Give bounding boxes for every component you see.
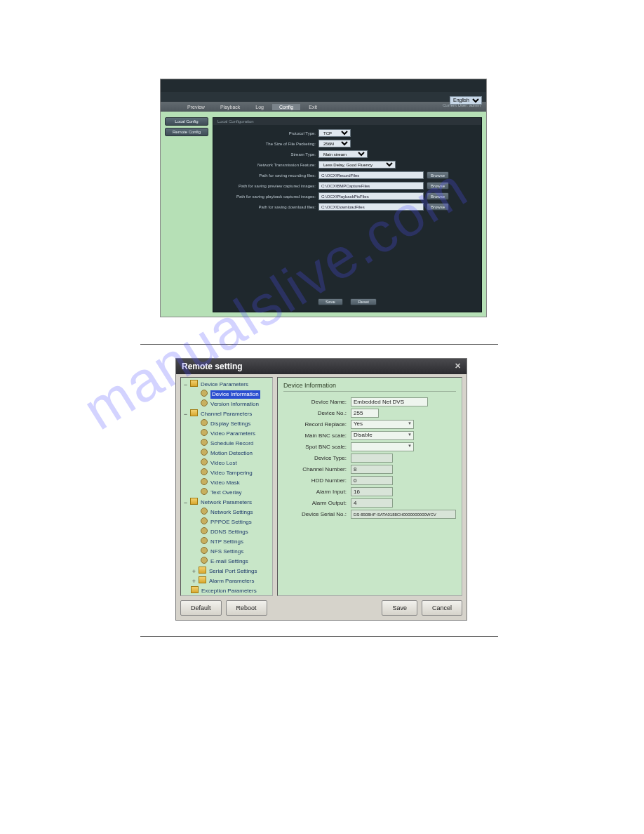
hdd-number-value <box>351 476 393 485</box>
config-panel: Local Configuration Protocol Type: TCP T… <box>213 117 482 312</box>
tree-email-settings[interactable]: E-mail Settings <box>210 557 248 566</box>
current-user: Current User: admin <box>443 103 481 107</box>
tab-config[interactable]: Config <box>272 104 300 110</box>
cap-browse-button[interactable]: Browse <box>427 182 449 190</box>
packet-label: The Size of File Packeting: <box>220 142 316 146</box>
device-no-input[interactable] <box>351 409 379 418</box>
stream-label: Stream Type: <box>220 152 316 157</box>
device-name-input[interactable] <box>351 397 428 406</box>
rec-path-input[interactable] <box>318 171 424 179</box>
rec-path-label: Path for saving recording files: <box>220 173 316 178</box>
window-titlebar <box>161 79 486 92</box>
tree-pppoe-settings[interactable]: PPPOE Settings <box>210 518 252 527</box>
panel-heading: Device Information <box>283 382 456 392</box>
tree-device-parameters[interactable]: Device Parameters <box>201 380 248 389</box>
divider <box>140 344 498 345</box>
cap-path-input[interactable] <box>318 182 424 190</box>
tree-ddns-settings[interactable]: DDNS Settings <box>210 528 248 536</box>
save-button[interactable]: Save <box>382 600 417 616</box>
record-replace-select[interactable]: Yes <box>351 420 414 429</box>
close-icon[interactable]: ✕ <box>452 362 462 371</box>
stream-select[interactable]: Main stream <box>318 150 368 158</box>
tree-version-information[interactable]: Version Information <box>210 400 259 409</box>
main-bnc-label: Main BNC scale: <box>283 432 351 439</box>
language-bar: English <box>161 92 486 102</box>
tab-preview[interactable]: Preview <box>180 104 212 110</box>
remote-setting-dialog: Remote setting ✕ −Device Parameters Devi… <box>175 358 467 621</box>
web-config-window: English Preview Playback Log Config Exit… <box>160 79 487 317</box>
alarm-input-label: Alarm Input: <box>283 489 351 495</box>
cap-path-label: Path for saving preview captured images: <box>220 184 316 188</box>
protocol-label: Protocol Type: <box>220 131 316 135</box>
tree-video-lost[interactable]: Video Lost <box>210 459 237 468</box>
dl-path-label: Path for saving download files: <box>220 205 316 209</box>
tab-playback[interactable]: Playback <box>213 104 247 110</box>
tree-video-tampering[interactable]: Video Tampering <box>210 469 253 477</box>
nettrans-label: Network Transmission Feature: <box>220 163 316 167</box>
device-type-label: Device Type: <box>283 455 351 461</box>
device-info-panel: Device Information Device Name: Device N… <box>277 377 462 596</box>
tree-network-parameters[interactable]: Network Parameters <box>201 498 252 507</box>
local-config-button[interactable]: Local Config <box>165 117 208 126</box>
record-replace-label: Record Replace: <box>283 421 351 428</box>
tree-ntp-settings[interactable]: NTP Settings <box>210 538 243 546</box>
pb-path-input[interactable] <box>318 192 424 200</box>
packet-select[interactable]: 256M <box>318 140 351 147</box>
pb-browse-button[interactable]: Browse <box>427 192 449 200</box>
spot-bnc-label: Spot BNC scale: <box>283 444 351 450</box>
tree-channel-parameters[interactable]: Channel Parameters <box>201 410 252 418</box>
tree-display-settings[interactable]: Display Settings <box>210 420 250 428</box>
pb-path-label: Path for saving playback captured images… <box>220 194 316 199</box>
reboot-button[interactable]: Reboot <box>226 600 267 616</box>
dl-browse-button[interactable]: Browse <box>427 203 449 211</box>
serial-no-value <box>351 510 456 519</box>
alarm-output-label: Alarm Output: <box>283 500 351 506</box>
dialog-buttonbar: Default Reboot Save Cancel <box>180 600 462 616</box>
device-name-label: Device Name: <box>283 399 351 405</box>
tree-network-settings[interactable]: Network Settings <box>210 508 253 517</box>
device-no-label: Device No.: <box>283 410 351 416</box>
remote-config-button[interactable]: Remote Config <box>165 128 208 136</box>
channel-number-label: Channel Number: <box>283 466 351 472</box>
alarm-input-value <box>351 487 393 496</box>
config-sidebar: Local Config Remote Config <box>165 117 208 312</box>
channel-number-value <box>351 465 393 474</box>
spot-bnc-select[interactable] <box>351 442 414 451</box>
dialog-title: Remote setting <box>182 362 243 371</box>
tree-alarm-parameters[interactable]: Alarm Parameters <box>209 577 254 585</box>
tree-schedule-record[interactable]: Schedule Record <box>210 439 253 448</box>
alarm-output-value <box>351 498 393 508</box>
panel-header: Local Configuration <box>213 118 481 125</box>
reset-button[interactable]: Reset <box>350 298 377 305</box>
tree-video-mask[interactable]: Video Mask <box>210 479 240 487</box>
serial-no-label: Device Serial No.: <box>283 511 351 517</box>
tree-video-parameters[interactable]: Video Parameters <box>210 430 255 438</box>
rec-browse-button[interactable]: Browse <box>427 171 449 179</box>
main-bnc-select[interactable]: Disable <box>351 431 414 440</box>
tree-nfs-settings[interactable]: NFS Settings <box>210 548 243 556</box>
dialog-titlebar: Remote setting ✕ <box>176 359 467 374</box>
hdd-number-label: HDD Number: <box>283 477 351 484</box>
tree-text-overlay[interactable]: Text Overlay <box>210 489 241 497</box>
tree-serial-port-settings[interactable]: Serial Port Settings <box>209 567 257 576</box>
dl-path-input[interactable] <box>318 203 424 211</box>
tree-exception-parameters[interactable]: Exception Parameters <box>201 587 257 595</box>
default-button[interactable]: Default <box>180 600 222 616</box>
divider <box>140 636 498 637</box>
protocol-select[interactable]: TCP <box>318 129 351 137</box>
tab-exit[interactable]: Exit <box>302 104 324 110</box>
tab-log[interactable]: Log <box>248 104 271 110</box>
main-tabbar: Preview Playback Log Config Exit <box>161 102 486 112</box>
tree-device-information[interactable]: Device Information <box>210 390 260 399</box>
nettrans-select[interactable]: Less Delay, Good Fluency <box>318 161 396 168</box>
save-button[interactable]: Save <box>318 298 343 305</box>
tree-motion-detection[interactable]: Motion Detection <box>210 449 253 458</box>
cancel-button[interactable]: Cancel <box>422 600 462 616</box>
device-type-value <box>351 454 393 463</box>
settings-tree[interactable]: −Device Parameters Device Information Ve… <box>180 377 273 596</box>
